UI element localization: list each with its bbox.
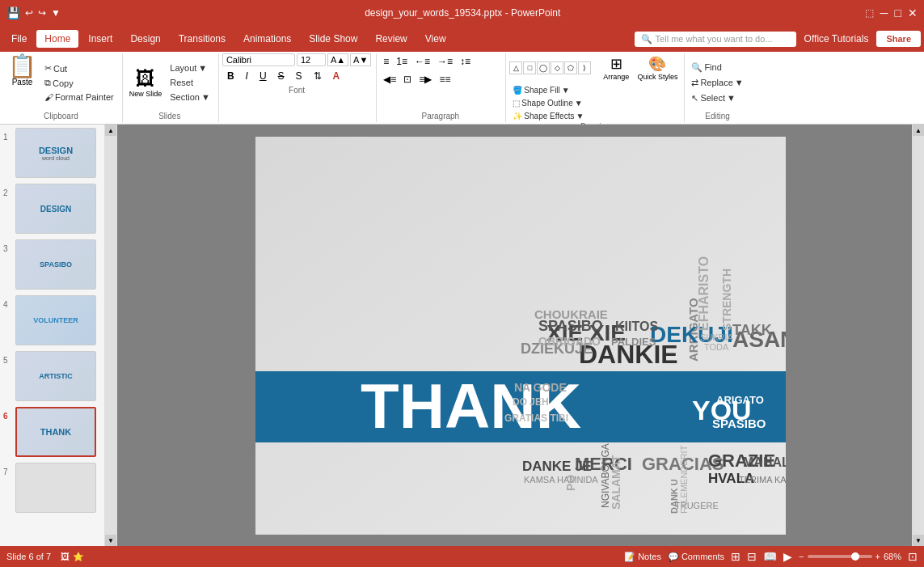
slide-thumb-1[interactable]: 1 DESIGN word cloud [3,128,101,178]
slide-thumb-4[interactable]: 4 VOLUNTEER [3,295,101,345]
increase-indent-button[interactable]: →≡ [434,53,456,70]
save-icon[interactable]: 💾 [6,6,20,19]
underline-button[interactable]: U [255,68,272,84]
shapes-panel: △ □ ◯ ◇ ⬠ ⟩ [509,61,598,74]
ribbon: 📋 Paste ✂ Cut ⧉ Copy 🖌 Format Painter Cl… [0,52,924,125]
format-painter-button[interactable]: 🖌 Format Painter [41,91,117,104]
search-box[interactable]: 🔍 Tell me what you want to do... [635,32,796,47]
menu-transitions[interactable]: Transitions [171,30,234,48]
justify-button[interactable]: ≡≡ [436,71,454,87]
strikethrough-button[interactable]: S [273,68,289,84]
notes-button[interactable]: 📝 Notes [624,552,661,562]
zoom-in-button[interactable]: + [875,552,880,561]
slide-thumb-6[interactable]: 6 THANK [3,407,101,457]
line-spacing-button[interactable]: ↕≡ [457,53,474,70]
menu-animations[interactable]: Animations [235,30,299,48]
increase-font-button[interactable]: A▲ [327,53,348,66]
custom-icon[interactable]: ▼ [51,7,61,19]
menu-slideshow[interactable]: Slide Show [301,30,365,48]
shape-3[interactable]: ◯ [537,61,550,74]
view-normal-button[interactable]: ⊞ [731,550,740,563]
view-slide-sorter-button[interactable]: ⊟ [747,550,757,563]
slide-canvas[interactable]: THANK YOU ARIGATO SPASIBO DANKIE ARRIGAT… [255,137,786,535]
font-size-input[interactable] [297,53,326,66]
slide-thumb-5[interactable]: 5 ARTISTIC [3,351,101,401]
slide-thumb-7[interactable]: 7 [3,463,101,513]
align-right-button[interactable]: ≡▶ [416,71,435,87]
font-name-input[interactable] [222,53,295,66]
shape-5[interactable]: ⬠ [564,61,577,74]
text-direction-button[interactable]: ⇅ [309,68,327,84]
find-button[interactable]: 🔍 Find [688,61,746,74]
comments-button[interactable]: 💬 Comments [668,552,724,562]
cut-button[interactable]: ✂ Cut [41,61,117,75]
paste-button[interactable]: 📋 Paste [5,53,40,112]
menu-file[interactable]: File [3,30,35,48]
quick-styles-button[interactable]: 🎨 Quick Styles [634,53,681,83]
menu-design[interactable]: Design [122,30,168,48]
paragraph-group-title: Paragraph [380,112,500,121]
scroll-down-button[interactable]: ▼ [105,535,116,546]
align-center-button[interactable]: ⊡ [400,71,415,87]
menu-view[interactable]: View [417,30,454,48]
slide-thumb-3[interactable]: 3 SPASIBO [3,239,101,290]
align-left-button[interactable]: ◀≡ [380,71,399,87]
shape-6[interactable]: ⟩ [578,61,591,74]
shadow-button[interactable]: S [291,68,307,84]
menu-review[interactable]: Review [367,30,415,48]
shape-1[interactable]: △ [509,61,522,74]
undo-icon[interactable]: ↩ [25,7,33,19]
layout-button[interactable]: Layout ▼ [167,61,213,74]
view-slideshow-button[interactable]: ▶ [783,550,792,563]
zoom-level: 68% [884,552,901,561]
fit-to-window-button[interactable]: ⊡ [908,550,918,563]
font-color-button[interactable]: A [328,68,345,84]
slide-info: Slide 6 of 7 [6,552,51,561]
zoom-slider[interactable] [808,555,872,558]
view-reading-button[interactable]: 📖 [763,550,777,563]
zoom-out-button[interactable]: − [799,552,804,561]
numbering-button[interactable]: 1≡ [393,53,411,70]
italic-button[interactable]: I [241,68,253,84]
arrange-button[interactable]: ⊞ Arrange [600,53,632,83]
slide-status-icons: 🖼 ⭐ [61,552,84,562]
section-button[interactable]: Section ▼ [167,91,213,104]
svg-text:CHOUKRAIE: CHOUKRAIE [534,307,608,321]
copy-button[interactable]: ⧉ Copy [41,76,117,90]
shape-4[interactable]: ◇ [551,61,563,74]
slide-num-4: 4 [3,300,13,309]
restore-icon[interactable]: ⬚ [865,7,874,19]
share-button[interactable]: Share [876,31,921,47]
font-group-title: Font [222,86,371,95]
bullets-button[interactable]: ≡ [380,53,392,70]
replace-button[interactable]: ⇄ Replace ▼ [688,76,746,90]
ribbon-group-slides: 🖼 New Slide Layout ▼ Reset Section ▼ Sli… [123,53,219,122]
shape-fill-button[interactable]: 🪣 Shape Fill ▼ [509,84,681,96]
slide-thumb-2[interactable]: 2 DESIGN [3,184,101,234]
main-area: 1 DESIGN word cloud 2 DESIGN 3 SPASIBO 4… [0,125,924,546]
menu-insert[interactable]: Insert [80,30,120,48]
svg-text:TAKK: TAKK [732,322,772,338]
scroll-up-button[interactable]: ▲ [105,125,116,136]
comments-icon: 💬 [668,552,679,562]
minimize-icon[interactable]: ─ [880,6,888,19]
shape-2[interactable]: □ [523,61,536,74]
new-slide-button[interactable]: 🖼 New Slide [126,66,166,99]
menu-home[interactable]: Home [36,30,78,48]
decrease-indent-button[interactable]: ←≡ [411,53,433,70]
office-tutorials-link[interactable]: Office Tutorials [804,33,869,44]
bold-button[interactable]: B [222,68,239,84]
menu-bar: File Home Insert Design Transitions Anim… [0,26,924,52]
slide-status-star: ⭐ [73,552,84,562]
close-icon[interactable]: ✕ [908,6,918,19]
scroll-right-up-button[interactable]: ▲ [913,125,924,136]
reset-button[interactable]: Reset [167,76,213,89]
search-icon: 🔍 [641,34,652,44]
select-button[interactable]: ↖ Select ▼ [688,91,746,105]
shape-outline-button[interactable]: ⬚ Shape Outline ▼ [509,97,681,109]
shape-effects-button[interactable]: ✨ Shape Effects ▼ [509,110,681,122]
decrease-font-button[interactable]: A▼ [350,53,371,66]
maximize-icon[interactable]: □ [895,6,901,19]
scroll-right-down-button[interactable]: ▼ [913,535,924,546]
redo-icon[interactable]: ↪ [38,7,46,19]
